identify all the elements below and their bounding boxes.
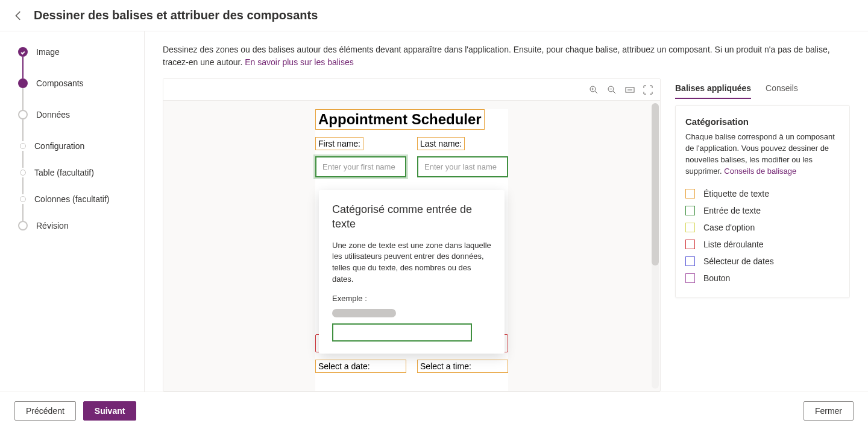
swatch-icon (685, 256, 695, 266)
categorization-card: Catégorisation Chaque balise correspond … (675, 105, 850, 298)
step-subdot-icon (20, 143, 26, 149)
fit-width-icon[interactable] (625, 85, 635, 95)
scrollbar-thumb[interactable] (652, 103, 659, 265)
svg-line-1 (595, 91, 597, 94)
canvas-toolbar (163, 79, 660, 101)
mock-firstname-input-tag[interactable]: Enter your first name (315, 156, 406, 177)
legend-list: Étiquette de texte Entrée de texte Case … (685, 185, 840, 287)
card-desc: Chaque balise correspond à un composant … (685, 132, 840, 177)
mock-lastname-input-tag[interactable]: Enter your last name (417, 156, 508, 177)
legend-datepicker[interactable]: Sélecteur de dates (685, 253, 840, 270)
step-revision[interactable]: Révision (18, 221, 126, 230)
intro-text: Dessinez des zones ou des balises autour… (163, 43, 850, 69)
legend-dropdown[interactable]: Liste déroulante (685, 236, 840, 253)
tooltip-example-box (332, 323, 472, 342)
mock-form: Appointment Scheduler First name: Enter … (315, 109, 508, 391)
stepper-nav: Image Composants Données Configuration T (0, 31, 145, 392)
mock-firstname-label-tag[interactable]: First name: (315, 137, 363, 150)
legend-text-label[interactable]: Étiquette de texte (685, 185, 840, 202)
swatch-icon (685, 240, 695, 249)
tooltip-desc: Une zone de texte est une zone dans laqu… (332, 240, 491, 285)
svg-line-5 (613, 91, 615, 94)
tagging-tips-link[interactable]: Conseils de balisage (724, 167, 796, 176)
canvas-scroll[interactable]: Appointment Scheduler First name: Enter … (163, 101, 660, 391)
swatch-icon (685, 206, 695, 215)
step-dot-icon (18, 47, 28, 57)
tab-tips[interactable]: Conseils (766, 78, 798, 99)
page-title: Dessiner des balises et attribuer des co… (34, 8, 318, 22)
learn-more-link[interactable]: En savoir plus sur les balises (245, 57, 354, 67)
next-button[interactable]: Suivant (83, 401, 137, 421)
previous-button[interactable]: Précédent (14, 401, 76, 421)
step-subdot-icon (20, 170, 26, 176)
step-image[interactable]: Image (18, 47, 126, 78)
step-dot-icon (18, 221, 28, 230)
swatch-icon (685, 189, 695, 199)
legend-text-input[interactable]: Entrée de texte (685, 202, 840, 219)
mock-selectdate-label-tag[interactable]: Select a date: (315, 360, 406, 373)
zoom-out-icon[interactable] (607, 85, 617, 95)
right-panel: Balises appliquées Conseils Catégorisati… (675, 78, 850, 392)
step-configuration[interactable]: Configuration (18, 141, 126, 168)
footer-bar: Précédent Suivant Fermer (0, 392, 868, 429)
legend-button[interactable]: Bouton (685, 270, 840, 287)
card-title: Catégorisation (685, 116, 840, 127)
swatch-icon (685, 273, 695, 283)
mock-selecttime-label-tag[interactable]: Select a time: (417, 360, 508, 373)
mock-heading-tag[interactable]: Appointment Scheduler (315, 109, 485, 130)
step-donnees[interactable]: Données (18, 110, 126, 141)
tooltip-example-pill (332, 309, 396, 317)
mock-lastname-label-tag[interactable]: Last name: (417, 137, 465, 150)
category-tooltip: Catégorisé comme entrée de texte Une zon… (319, 190, 505, 354)
zoom-in-icon[interactable] (589, 85, 599, 95)
canvas-area: Appointment Scheduler First name: Enter … (163, 78, 661, 392)
page-header: Dessiner des balises et attribuer des co… (0, 0, 868, 31)
panel-tabs: Balises appliquées Conseils (675, 78, 850, 99)
step-dot-icon (18, 110, 28, 119)
close-button[interactable]: Fermer (804, 401, 854, 421)
fit-screen-icon[interactable] (643, 85, 653, 95)
step-subdot-icon (20, 196, 26, 202)
tooltip-example-label: Exemple : (332, 294, 491, 303)
legend-radio[interactable]: Case d'option (685, 219, 840, 236)
step-dot-icon (18, 78, 28, 88)
tooltip-title: Catégorisé comme entrée de texte (332, 202, 491, 232)
step-colonnes[interactable]: Colonnes (facultatif) (18, 194, 126, 221)
tab-applied-tags[interactable]: Balises appliquées (675, 78, 751, 99)
step-composants[interactable]: Composants (18, 78, 126, 110)
step-table[interactable]: Table (facultatif) (18, 168, 126, 194)
swatch-icon (685, 223, 695, 232)
back-arrow-icon[interactable] (13, 10, 24, 21)
